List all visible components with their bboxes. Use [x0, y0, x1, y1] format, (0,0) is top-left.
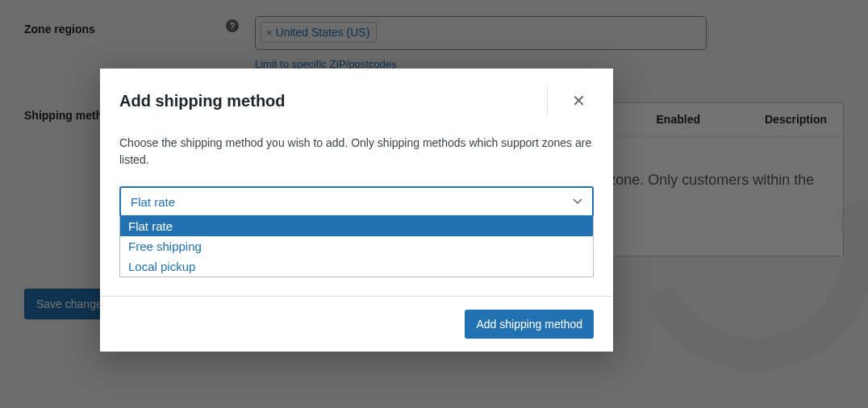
chevron-down-icon	[573, 197, 582, 206]
modal-instructions: Choose the shipping method you wish to a…	[119, 135, 594, 169]
option-free-shipping[interactable]: Free shipping	[120, 236, 593, 256]
option-flat-rate[interactable]: Flat rate	[120, 216, 593, 236]
add-shipping-method-button[interactable]: Add shipping method	[465, 310, 594, 339]
shipping-method-dropdown: Flat rate Free shipping Local pickup	[119, 216, 594, 277]
add-shipping-method-modal: Add shipping method ✕ Choose the shippin…	[100, 69, 613, 352]
modal-title: Add shipping method	[119, 92, 286, 110]
option-local-pickup[interactable]: Local pickup	[120, 256, 593, 277]
close-icon[interactable]: ✕	[567, 90, 590, 112]
shipping-method-select[interactable]: Flat rate Flat rate Free shipping Local …	[119, 186, 594, 217]
select-value: Flat rate	[131, 195, 175, 209]
